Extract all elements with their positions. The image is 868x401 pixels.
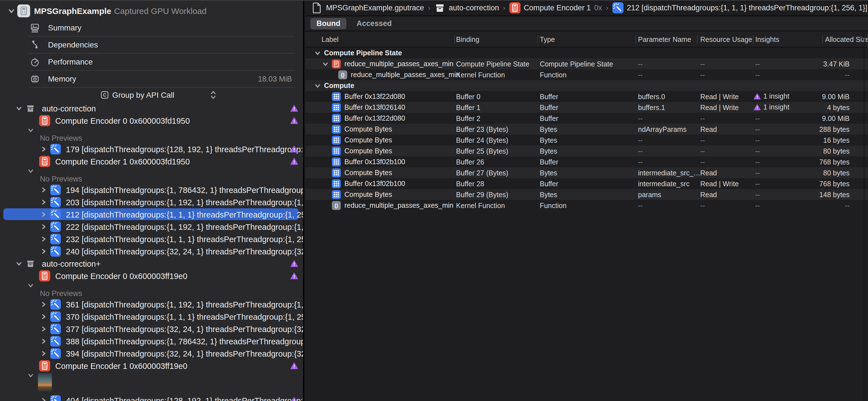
table-row[interactable]: Compute BytesBuffer 25 (Bytes)Bytes-----… [305, 145, 868, 156]
sidebar-item-memory[interactable]: Memory18.03 MiB [0, 70, 303, 87]
tree-command-buffer[interactable]: auto-correction+ [0, 257, 303, 270]
chevron-down-icon[interactable] [8, 8, 14, 14]
chevron-right-icon[interactable] [41, 187, 46, 193]
chevron-up-down-icon[interactable] [209, 90, 218, 100]
warning-icon[interactable] [290, 260, 298, 267]
column-divider[interactable] [697, 35, 698, 44]
warning-icon[interactable] [290, 117, 298, 124]
table-row[interactable]: Buffer 0x13f22d080Buffer 0Bufferbuffers.… [305, 91, 868, 102]
tab-bound[interactable]: Bound [310, 18, 346, 29]
tree-dispatch-call[interactable]: 377 [dispatchThreadgroups:{32, 24, 1} th… [0, 323, 303, 335]
tree-dispatch-call[interactable]: 179 [dispatchThreadgroups:{128, 192, 1} … [0, 143, 303, 155]
chevron-right-icon[interactable] [41, 249, 46, 254]
tree-dispatch-call[interactable]: 203 [dispatchThreadgroups:{1, 192, 1} th… [0, 196, 303, 208]
table-row[interactable]: reduce_multiple_passes_axes_minCompute P… [305, 58, 868, 69]
warning-icon[interactable] [290, 362, 298, 369]
chevron-down-icon[interactable] [315, 83, 320, 88]
table-row[interactable]: Buffer 0x13f026140Buffer 1Bufferbuffers.… [305, 102, 868, 113]
chevron-down-icon[interactable] [16, 106, 22, 111]
tree-dispatch-call[interactable]: 222 [dispatchThreadgroups:{1, 192, 1} th… [0, 221, 303, 233]
tree-dispatch-call[interactable]: 394 [dispatchThreadgroups:{32, 24, 1} th… [0, 347, 303, 360]
tree-dispatch-call[interactable]: 232 [dispatchThreadgroups:{1, 1, 1} thre… [0, 233, 303, 245]
breadcrumb-item[interactable]: 212 [dispatchThreadgroups:{1, 1, 1} thre… [612, 2, 867, 13]
column-divider[interactable] [454, 35, 455, 44]
tree-dispatch-call[interactable]: 404 [dispatchThreadgroups:{128, 192, 1} … [0, 394, 303, 401]
breadcrumb-item[interactable]: MPSGraphExample.gputrace [311, 2, 424, 13]
warning-icon[interactable] [290, 145, 298, 153]
table-row[interactable]: Compute BytesBuffer 29 (Bytes)Bytesparam… [305, 189, 868, 200]
column-header-resource-usage[interactable]: Resource Usage [700, 35, 752, 44]
tree-compute-encoder[interactable]: Compute Encoder 1 0x600003ff19e0 [0, 360, 303, 372]
preview-thumbnail[interactable] [38, 373, 52, 393]
tree-dispatch-call[interactable]: 212 [dispatchThreadgroups:{1, 1, 1} thre… [0, 208, 303, 221]
table-row[interactable]: Compute BytesBuffer 23 (Bytes)BytesndArr… [305, 124, 868, 135]
sidebar-item-performance[interactable]: Performance [0, 54, 303, 70]
tree-compute-encoder[interactable]: Compute Encoder 0 0x600003fd1950 [0, 114, 303, 127]
table-row[interactable]: {}reduce_multiple_passes_axes_minKernel … [305, 200, 868, 211]
column-header-parameter-name[interactable]: Parameter Name [638, 35, 691, 44]
column-header-binding[interactable]: Binding [456, 35, 479, 44]
breadcrumb-item[interactable]: Compute Encoder 10x [509, 2, 602, 13]
resource-label: Buffer 0x13f02b100 [344, 158, 405, 166]
tab-accessed[interactable]: Accessed [356, 19, 392, 28]
chevron-right-icon[interactable] [41, 302, 46, 307]
captured-workload-header[interactable]: MPSGraphExampleCaptured GPU Workload [0, 2, 303, 20]
chevron-right-icon[interactable] [41, 146, 46, 152]
column-header-type[interactable]: Type [540, 35, 555, 44]
column-divider[interactable] [822, 35, 823, 44]
tree-dispatch-call[interactable]: 240 [dispatchThreadgroups:{32, 24, 1} th… [0, 245, 303, 257]
tree-dispatch-call[interactable]: 361 [dispatchThreadgroups:{1, 192, 1} th… [0, 298, 303, 311]
chevron-right-icon[interactable] [41, 326, 46, 332]
breadcrumb-item[interactable]: auto-correction [434, 2, 499, 13]
param-cell: -- [638, 202, 643, 210]
table-row[interactable]: {}reduce_multiple_passes_axes_minKernel … [305, 69, 868, 80]
column-header-insights[interactable]: Insights [755, 35, 779, 44]
tree-preview-row[interactable] [0, 372, 303, 394]
table-row[interactable]: Compute BytesBuffer 24 (Bytes)Bytes-----… [305, 135, 868, 145]
chevron-right-icon[interactable] [41, 224, 46, 230]
chevron-right-icon[interactable] [41, 212, 46, 217]
tree-dispatch-call[interactable]: 194 [dispatchThreadgroups:{1, 786432, 1}… [0, 184, 303, 196]
tree-dispatch-call[interactable]: 388 [dispatchThreadgroups:{1, 786432, 1}… [0, 335, 303, 347]
chevron-down-icon[interactable] [28, 127, 33, 133]
tree-compute-encoder[interactable]: Compute Encoder 0 0x600003ff19e0 [0, 270, 303, 282]
sidebar-item-summary[interactable]: Summary [0, 20, 303, 36]
column-divider[interactable] [537, 35, 538, 44]
chevron-right-icon[interactable] [41, 339, 46, 344]
table-row[interactable]: Buffer 0x13f02b100Buffer 28Bufferinterme… [305, 178, 868, 189]
warning-icon[interactable] [290, 397, 298, 401]
warning-icon[interactable] [290, 272, 298, 280]
table-group-row[interactable]: Compute Pipeline State [305, 48, 868, 58]
encoder-icon [509, 2, 521, 13]
group-by-api-call-control[interactable]: C Group by API Call [0, 88, 303, 102]
table-row[interactable]: Buffer 0x13f02b100Buffer 26Buffer------7… [305, 156, 868, 167]
table-group-row[interactable]: Compute [305, 80, 868, 91]
warning-icon[interactable] [290, 158, 298, 165]
table-row[interactable]: Compute BytesBuffer 27 (Bytes)Bytesinter… [305, 167, 868, 178]
chevron-right-icon[interactable] [41, 351, 46, 356]
chevron-down-icon[interactable] [28, 373, 33, 378]
column-header-label[interactable]: Label [321, 35, 339, 44]
chevron-right-icon[interactable] [41, 236, 46, 242]
tree-compute-encoder[interactable]: Compute Encoder 1 0x600003fd1950 [0, 155, 303, 168]
tree-expand-row[interactable] [0, 282, 303, 289]
tree-command-buffer[interactable]: auto-correction [0, 102, 303, 114]
chevron-down-icon[interactable] [28, 283, 33, 288]
chevron-right-icon[interactable] [41, 398, 46, 401]
warning-icon[interactable] [290, 105, 298, 112]
chevron-down-icon[interactable] [16, 261, 22, 266]
column-header-allocated-size[interactable]: Allocated Size [825, 35, 868, 44]
chevron-down-icon[interactable] [28, 168, 33, 174]
tree-expand-row[interactable] [0, 127, 303, 134]
chevron-down-icon[interactable] [323, 61, 328, 67]
tree-expand-row[interactable] [0, 168, 303, 174]
table-row[interactable]: Buffer 0x13f22d080Buffer 2Buffer------9.… [305, 113, 868, 124]
chevron-right-icon[interactable] [41, 199, 46, 205]
tree-dispatch-call[interactable]: 370 [dispatchThreadgroups:{1, 1, 1} thre… [0, 311, 303, 323]
chevron-down-icon[interactable] [315, 50, 320, 56]
sidebar-item-dependencies[interactable]: Dependencies [0, 36, 303, 53]
column-divider[interactable] [753, 35, 753, 44]
binding-cell: Buffer 23 (Bytes) [456, 125, 508, 134]
chevron-right-icon[interactable] [41, 314, 46, 319]
column-divider[interactable] [636, 35, 636, 44]
